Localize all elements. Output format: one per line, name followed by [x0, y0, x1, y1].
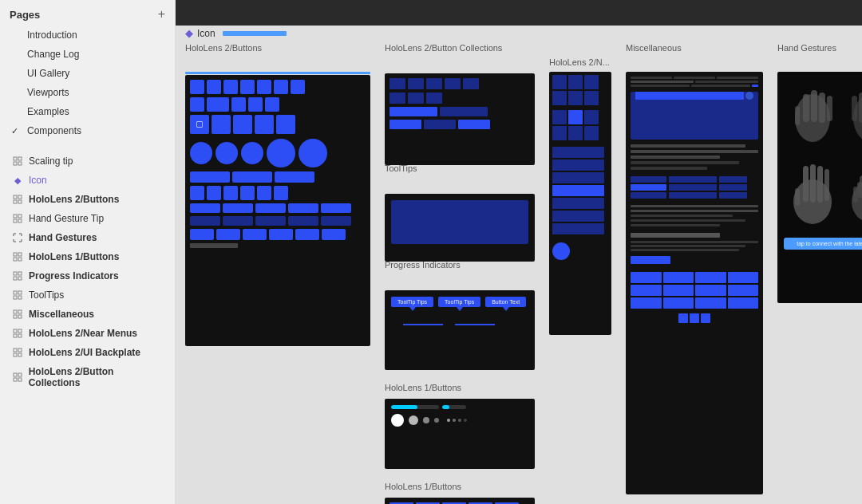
frame-wrapper-hl2-buttons: HoloLens 2/Buttons [185, 57, 370, 346]
grid-icon [11, 195, 24, 204]
layer-label: HoloLens 2/Near Menus [29, 328, 137, 339]
canvas-area[interactable]: ◆ Icon HoloLens 2/Buttons [176, 0, 862, 504]
hand-gesture-tooltip: tap to connect with the latest source. [784, 238, 862, 250]
sidebar-item-hand-gestures[interactable]: Hand Gestures [0, 228, 175, 247]
btn-row-3 [190, 115, 366, 134]
sidebar-item-hand-gesture-tip[interactable]: Hand Gesture Tip [0, 209, 175, 228]
grid-btn [728, 285, 759, 296]
sidebar-item-changelog[interactable]: Change Log [0, 45, 175, 64]
sidebar-item-tooltips[interactable]: ToolTips [0, 285, 175, 305]
frame-hl2-collections[interactable] [385, 73, 535, 165]
nm-list-item-active [552, 185, 604, 196]
misc-text-block [631, 144, 758, 170]
progress-track [391, 405, 439, 409]
frame-tooltips[interactable]: ToolTip Tips ToolTip Tips Button Text [385, 290, 535, 370]
cta-line [631, 249, 739, 251]
sidebar-item-hl2-buttons[interactable]: HoloLens 2/Buttons [0, 190, 175, 209]
tooltip-arrow [503, 307, 509, 311]
hand-svg-right [787, 78, 839, 150]
small-btn [678, 313, 688, 323]
svg-rect-1 [18, 157, 22, 160]
add-page-button[interactable]: + [158, 8, 165, 21]
selected-element-bar: ◆ Icon [185, 27, 287, 39]
nm-list [552, 147, 608, 234]
svg-rect-4 [14, 195, 17, 199]
coll-btn [445, 78, 461, 89]
svg-rect-21 [18, 253, 22, 256]
tooltip-arrow [409, 307, 416, 311]
sidebar-item-hl2-button-collections[interactable]: HoloLens 2/Button Collections [0, 362, 175, 392]
sidebar-item-introduction[interactable]: Introduction [0, 26, 175, 45]
nm-list-item [552, 147, 604, 158]
sidebar-item-uigallery[interactable]: UI Gallery [0, 64, 175, 83]
svg-rect-53 [795, 106, 800, 125]
tooltip-bubble: Button Text [485, 297, 526, 307]
btn-row-7 [190, 203, 366, 213]
frame-hl1-buttons[interactable] [385, 498, 535, 504]
nm-cell [552, 91, 567, 105]
sidebar-item-progress-indicators[interactable]: Progress Indicators [0, 266, 175, 285]
canvas-selected-title: Icon [197, 28, 216, 39]
sidebar-item-viewports[interactable]: Viewports [0, 83, 175, 102]
sidebar-item-hl2-ui-backplate[interactable]: HoloLens 2/UI Backplate [0, 343, 175, 362]
frame-miscellaneous[interactable] [626, 72, 763, 494]
progress-dot-sm [423, 417, 429, 423]
frame-wrapper-hl2-collections: HoloLens 2/Button Collections [385, 57, 535, 165]
text-line [631, 156, 720, 159]
sidebar-item-hl2-near-menus[interactable]: HoloLens 2/Near Menus [0, 324, 175, 343]
dot [453, 419, 456, 422]
frame-footer-label [190, 243, 366, 248]
page-label: Change Log [27, 49, 79, 60]
text-btn [288, 203, 318, 213]
misc-table-rows [631, 176, 758, 199]
frame-hl2-backplate[interactable] [385, 194, 535, 262]
misc-line [674, 77, 715, 79]
sidebar-item-hl1-buttons[interactable]: HoloLens 1/Buttons [0, 247, 175, 266]
frame-hand-gestures[interactable]: tap to connect with the latest source. [777, 72, 862, 303]
svg-rect-51 [819, 93, 825, 123]
misc-accent [752, 85, 758, 87]
text-line [631, 167, 707, 170]
desc-line [631, 205, 758, 207]
icon-btn [190, 80, 204, 94]
layers-list: Scaling tip ◆ Icon HoloLens 2/Buttons Ha… [0, 152, 175, 392]
btn-row-4 [190, 139, 366, 167]
pages-section-title: Pages [10, 9, 40, 21]
hand-svg-closed [845, 158, 862, 230]
progress-fill [391, 405, 417, 409]
sidebar-item-components[interactable]: ✓ Components [0, 121, 175, 140]
nm-list-item [552, 198, 604, 209]
dot [464, 419, 467, 422]
svg-rect-11 [18, 219, 22, 222]
dot [447, 419, 450, 422]
frame-label-miscellaneous: Miscellaneous [626, 43, 682, 53]
sidebar-item-icon[interactable]: ◆ Icon [0, 171, 175, 190]
nm-cell [552, 110, 567, 124]
sidebar-item-examples[interactable]: Examples [0, 102, 175, 121]
misc-content [626, 72, 763, 328]
svg-rect-49 [803, 94, 809, 122]
table-row [631, 184, 758, 191]
frame-near-menus[interactable] [549, 72, 611, 335]
sidebar-item-miscellaneous[interactable]: Miscellaneous [0, 305, 175, 324]
progress-bar-row [391, 405, 528, 409]
selection-handle [223, 31, 287, 36]
misc-line [631, 81, 694, 83]
sidebar-item-scaling-tip[interactable]: Scaling tip [0, 152, 175, 171]
misc-btn-grid [631, 272, 758, 309]
text-btn [255, 203, 286, 213]
table-cell [669, 184, 717, 191]
frame-hl2-buttons[interactable] [185, 75, 370, 346]
nm-grid [552, 75, 608, 105]
svg-rect-36 [14, 329, 17, 333]
label-btn [190, 171, 230, 183]
frame-progress[interactable] [385, 399, 535, 469]
misc-line [631, 85, 690, 87]
grid-btn [695, 285, 726, 296]
page-label: Examples [27, 106, 69, 117]
svg-rect-58 [852, 96, 857, 121]
icon-btn [257, 80, 271, 94]
near-menus-content [549, 72, 611, 263]
svg-rect-39 [18, 334, 22, 337]
canvas-scroll-area[interactable]: HoloLens 2/Buttons [176, 29, 862, 504]
